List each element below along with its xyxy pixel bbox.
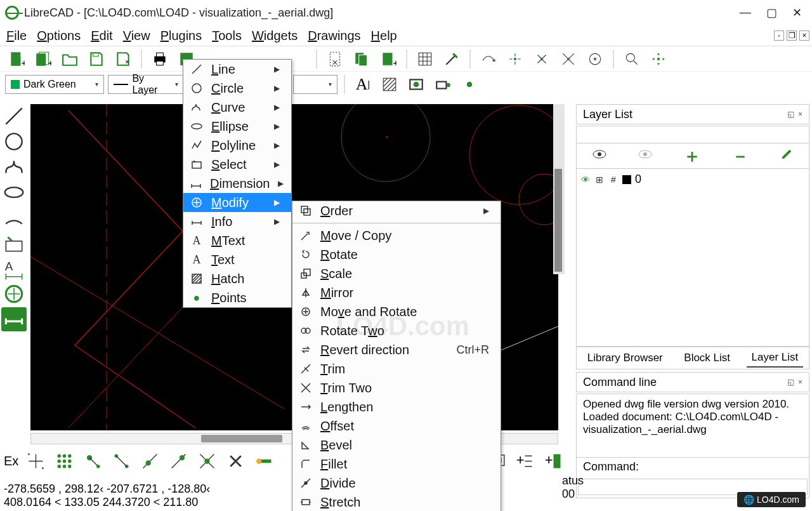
menu-item-trim-two[interactable]: Trim Two — [292, 378, 501, 397]
snap-free-button[interactable] — [477, 48, 500, 70]
menu-item-move-copy[interactable]: Move / Copy — [292, 226, 501, 245]
menu-item-trim[interactable]: Trim — [292, 359, 501, 378]
menu-drawings[interactable]: Drawings — [308, 29, 360, 43]
menu-item-modify[interactable]: Modify▶ — [183, 193, 291, 212]
layer-list[interactable]: 👁 ⊞ # 0 — [576, 169, 809, 347]
subwindow-restore-button[interactable]: ❐ — [787, 30, 797, 41]
block-tool-button[interactable] — [431, 74, 454, 95]
add-layer2-button[interactable]: + — [542, 450, 565, 472]
menu-view[interactable]: View — [123, 29, 150, 43]
snap-cross-button[interactable] — [196, 450, 218, 472]
dimension-tool-button[interactable]: A — [1, 256, 27, 281]
arc-tool-button[interactable] — [1, 206, 27, 230]
snap-dots-button[interactable] — [53, 450, 75, 472]
layer-search-input[interactable] — [576, 126, 809, 143]
subwindow-close-button[interactable]: × — [799, 30, 809, 41]
new-file-button[interactable]: + — [5, 48, 28, 70]
menu-item-bevel[interactable]: Bevel — [292, 435, 501, 455]
minimize-button[interactable]: — — [740, 6, 751, 20]
menu-item-line[interactable]: Line▶ — [183, 60, 291, 79]
close-panel-button[interactable]: × — [798, 110, 802, 119]
grid-button[interactable] — [414, 48, 436, 70]
tab-block-list[interactable]: Block List — [679, 349, 735, 367]
new-tab-button[interactable]: + — [32, 48, 55, 70]
curve-tool-button[interactable] — [1, 155, 27, 179]
cut-button[interactable] — [324, 48, 346, 70]
close-button[interactable]: ✕ — [792, 6, 802, 20]
maximize-button[interactable]: ▢ — [766, 6, 777, 20]
hide-all-layers-button[interactable] — [638, 149, 653, 163]
menu-options[interactable]: Options — [37, 29, 81, 43]
menu-item-select[interactable]: Select▶ — [183, 155, 291, 174]
snap-node4-button[interactable] — [167, 450, 190, 472]
open-file-button[interactable] — [58, 48, 81, 70]
show-all-layers-button[interactable] — [592, 149, 607, 163]
menu-item-points[interactable]: ●Points — [183, 288, 291, 307]
menu-widgets[interactable]: Widgets — [252, 29, 298, 43]
menu-file[interactable]: File — [6, 29, 27, 43]
menu-item-mtext[interactable]: AMText — [183, 231, 291, 250]
draft-mode-button[interactable] — [440, 48, 463, 70]
menu-item-divide[interactable]: Divide — [292, 474, 501, 493]
copy-button[interactable] — [350, 48, 373, 70]
menu-item-stretch[interactable]: Stretch — [292, 493, 501, 511]
vertical-scrollbar[interactable] — [553, 104, 565, 274]
undock-button[interactable]: ◱ — [787, 110, 794, 119]
image-tool-button[interactable] — [405, 74, 428, 95]
undock-button[interactable]: ◱ — [787, 378, 794, 387]
select-tool-button[interactable] — [1, 231, 27, 255]
menu-help[interactable]: Help — [371, 29, 397, 43]
tab-layer-list[interactable]: Layer List — [747, 348, 804, 368]
add-list-button[interactable]: + — [514, 450, 536, 472]
snap-intersection-button[interactable] — [557, 48, 580, 70]
save-as-button[interactable] — [112, 48, 134, 70]
snap-node3-button[interactable] — [139, 450, 161, 472]
snap-center-button[interactable] — [584, 48, 606, 70]
menu-item-mirror[interactable]: Mirror — [292, 283, 501, 302]
menu-item-ellipse[interactable]: Ellipse▶ — [183, 117, 291, 136]
save-button[interactable] — [85, 48, 108, 70]
menu-item-move-and-rotate[interactable]: Move and Rotate — [292, 302, 501, 321]
modify-tool-button[interactable] — [1, 282, 27, 306]
menu-item-circle[interactable]: Circle▶ — [183, 79, 291, 98]
circle-tool-button[interactable] — [1, 129, 27, 154]
zoom-button[interactable] — [620, 48, 643, 70]
point-tool-button[interactable] — [458, 74, 481, 95]
menu-item-polyline[interactable]: Polyline▶ — [183, 136, 291, 155]
menu-item-curve[interactable]: Curve▶ — [183, 98, 291, 117]
info-tool-button[interactable] — [1, 307, 27, 331]
menu-item-text[interactable]: AText — [183, 250, 291, 269]
snap-node1-button[interactable] — [82, 450, 104, 472]
ellipse-tool-button[interactable] — [1, 180, 27, 204]
edit-layer-button[interactable] — [780, 147, 794, 164]
text-tool-button[interactable]: A| — [351, 74, 374, 95]
menu-item-rotate[interactable]: Rotate — [292, 245, 501, 264]
menu-item-hatch[interactable]: Hatch — [183, 269, 291, 288]
hatch-tool-button[interactable] — [378, 74, 401, 95]
menu-tools[interactable]: Tools — [212, 29, 242, 43]
line-tool-button[interactable] — [1, 104, 27, 128]
menu-item-rotate-two[interactable]: Rotate Two — [292, 321, 501, 340]
menu-item-order[interactable]: Order▶ — [292, 201, 501, 220]
snap-midpoint-button[interactable] — [530, 48, 553, 70]
print-button[interactable] — [148, 48, 171, 70]
lineweight-combo[interactable]: ▾ — [293, 75, 337, 94]
add-layer-button[interactable]: ＋ — [683, 144, 701, 168]
menu-item-dimension[interactable]: Dimension▶ — [183, 174, 291, 193]
close-panel-button[interactable]: × — [798, 378, 802, 387]
snap-x-button[interactable] — [225, 450, 247, 472]
layer-row[interactable]: 👁 ⊞ # 0 — [580, 173, 805, 186]
menu-item-lengthen[interactable]: Lengthen — [292, 397, 501, 416]
linetype-combo[interactable]: By Layer ▾ — [108, 75, 184, 94]
tab-library-browser[interactable]: Library Browser — [582, 349, 668, 367]
menu-item-info[interactable]: Info▶ — [183, 212, 291, 231]
snap-color-button[interactable] — [253, 450, 275, 472]
menu-plugins[interactable]: Plugins — [160, 29, 202, 43]
subwindow-minimize-button[interactable]: - — [774, 30, 784, 41]
menu-item-scale[interactable]: Scale — [292, 264, 501, 283]
menu-item-offset[interactable]: Offset — [292, 416, 501, 435]
menu-item-fillet[interactable]: Fillet — [292, 455, 501, 474]
remove-layer-button[interactable]: － — [731, 144, 749, 168]
color-combo[interactable]: Dark Green ▾ — [5, 75, 104, 94]
pan-button[interactable] — [647, 48, 670, 70]
